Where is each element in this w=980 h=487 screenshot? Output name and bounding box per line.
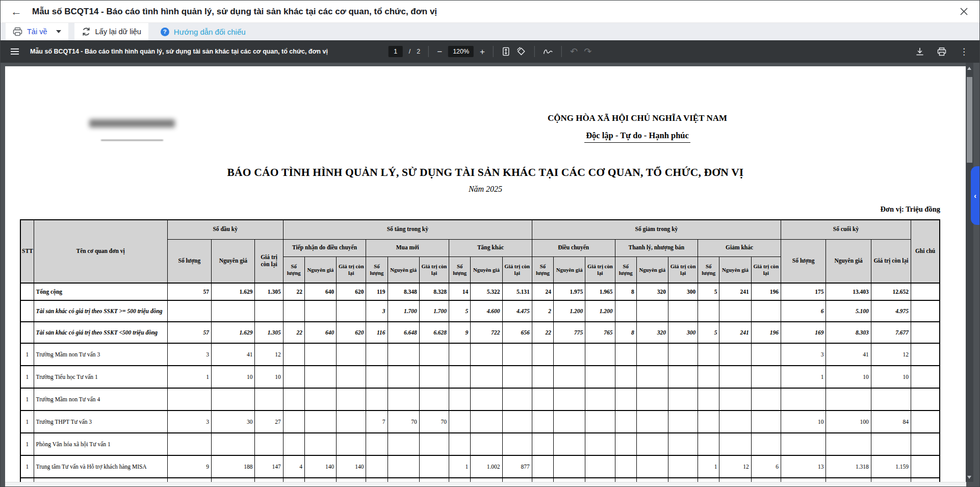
print-icon[interactable] bbox=[937, 47, 946, 56]
rotate-icon[interactable] bbox=[517, 47, 526, 56]
table-cell: 4.475 bbox=[502, 300, 532, 322]
table-cell: 22 bbox=[532, 322, 553, 343]
table-row: Tổng cộng571.6291.305226406201198.3488.3… bbox=[20, 283, 940, 300]
table-cell: Tài sản khác có giá trị theo SSKT <500 t… bbox=[34, 322, 167, 343]
table-cell: 8 bbox=[615, 322, 636, 343]
download-button[interactable]: Tải về bbox=[6, 23, 68, 40]
table-cell bbox=[502, 366, 532, 388]
table-cell bbox=[554, 433, 585, 455]
column-header: Nguyên giá bbox=[304, 257, 336, 283]
chevron-left-icon: ‹ bbox=[974, 192, 976, 200]
vertical-scrollbar-thumb[interactable] bbox=[967, 77, 972, 163]
table-cell: 1.629 bbox=[212, 322, 255, 343]
table-cell bbox=[388, 366, 419, 388]
table-cell bbox=[388, 343, 419, 366]
table-cell bbox=[911, 366, 940, 388]
toolbar-divider bbox=[534, 46, 535, 57]
reload-data-button[interactable]: Lấy lại dữ liệu bbox=[74, 23, 148, 40]
table-cell: 1 bbox=[781, 366, 826, 388]
table-cell bbox=[826, 433, 871, 455]
caret-down-icon[interactable] bbox=[56, 30, 61, 33]
table-cell bbox=[871, 388, 911, 411]
table-cell: 1.002 bbox=[471, 455, 502, 478]
table-cell bbox=[337, 388, 366, 411]
fit-page-icon[interactable] bbox=[502, 47, 510, 56]
table-cell bbox=[636, 366, 668, 388]
table-cell bbox=[449, 433, 471, 455]
table-cell: Trường Mầm non Tư vấn 3 bbox=[34, 343, 167, 366]
window-title: Mẫu số BCQT14 - Báo cáo tình hình quản l… bbox=[32, 7, 437, 17]
scroll-up-icon[interactable] bbox=[967, 67, 971, 70]
table-cell: 1.318 bbox=[826, 455, 871, 478]
table-cell: 320 bbox=[636, 283, 668, 300]
table-cell bbox=[20, 300, 34, 322]
table-cell bbox=[337, 411, 366, 433]
table-cell: 3 bbox=[366, 300, 388, 322]
page-number-input[interactable]: 1 bbox=[389, 46, 403, 57]
close-icon[interactable] bbox=[960, 7, 968, 16]
vertical-scrollbar[interactable] bbox=[966, 63, 973, 482]
redo-icon[interactable]: ↷ bbox=[584, 46, 591, 57]
table-cell: 30 bbox=[212, 411, 255, 433]
table-cell bbox=[554, 388, 585, 411]
action-bar: Tải về Lấy lại dữ liệu ? Hướng dẫn đối c… bbox=[1, 23, 979, 40]
table-cell: 1 bbox=[20, 388, 34, 411]
org-name-underline bbox=[101, 140, 163, 141]
table-cell bbox=[532, 455, 553, 478]
table-cell bbox=[781, 388, 826, 411]
horizontal-scrollbar[interactable] bbox=[5, 482, 966, 487]
table-cell: 14 bbox=[449, 283, 471, 300]
table-cell: 8.328 bbox=[419, 283, 449, 300]
guide-link[interactable]: ? Hướng dẫn đối chiếu bbox=[154, 23, 252, 40]
table-cell: 1.200 bbox=[554, 300, 585, 322]
back-icon[interactable]: ← bbox=[11, 6, 22, 17]
table-cell: 6.628 bbox=[419, 322, 449, 343]
column-header: Nguyên giá bbox=[826, 239, 871, 283]
zoom-level[interactable]: 120% bbox=[448, 46, 474, 57]
table-cell bbox=[532, 411, 553, 433]
table-cell bbox=[419, 343, 449, 366]
table-cell bbox=[719, 411, 751, 433]
table-cell: 1.305 bbox=[255, 322, 283, 343]
table-cell: 169 bbox=[781, 322, 826, 343]
table-cell bbox=[283, 343, 304, 366]
table-cell bbox=[719, 300, 751, 322]
table-cell: 620 bbox=[337, 322, 366, 343]
table-cell bbox=[304, 433, 336, 455]
table-cell: Phòng Văn hóa xã hội Tư vấn 1 bbox=[34, 433, 167, 455]
table-cell bbox=[471, 411, 502, 433]
table-cell: 1 bbox=[20, 433, 34, 455]
column-header: Số giảm trong kỳ bbox=[532, 220, 781, 239]
column-header: Số cuối kỳ bbox=[781, 220, 911, 239]
table-cell: 70 bbox=[419, 411, 449, 433]
report-year: Năm 2025 bbox=[5, 185, 966, 194]
table-cell: Trường Mầm non Tư vấn 4 bbox=[34, 388, 167, 411]
table-cell bbox=[388, 388, 419, 411]
scroll-down-icon[interactable] bbox=[967, 476, 971, 479]
column-header: Giảm khác bbox=[698, 239, 781, 257]
side-panel-toggle[interactable]: ‹ bbox=[971, 166, 979, 225]
annotate-pen-icon[interactable] bbox=[543, 47, 553, 56]
table-cell bbox=[911, 388, 940, 411]
table-cell bbox=[636, 433, 668, 455]
table-cell bbox=[668, 455, 698, 478]
table-cell: 57 bbox=[167, 283, 211, 300]
zoom-in-button[interactable]: + bbox=[480, 47, 485, 56]
table-cell bbox=[471, 343, 502, 366]
undo-icon[interactable]: ↶ bbox=[570, 46, 578, 57]
table-cell bbox=[449, 411, 471, 433]
table-cell: 6 bbox=[781, 300, 826, 322]
table-cell bbox=[751, 388, 781, 411]
table-cell: 6 bbox=[751, 455, 781, 478]
table-cell: 1 bbox=[20, 343, 34, 366]
menu-icon[interactable] bbox=[9, 46, 21, 57]
table-cell bbox=[751, 411, 781, 433]
download-icon[interactable] bbox=[916, 47, 924, 56]
table-cell bbox=[20, 322, 34, 343]
table-cell: 5.100 bbox=[826, 300, 871, 322]
more-options-icon[interactable]: ⋮ bbox=[960, 46, 968, 57]
table-cell: 119 bbox=[366, 283, 388, 300]
column-header: Số lượng bbox=[615, 257, 636, 283]
table-cell bbox=[826, 388, 871, 411]
zoom-out-button[interactable]: − bbox=[437, 47, 442, 56]
